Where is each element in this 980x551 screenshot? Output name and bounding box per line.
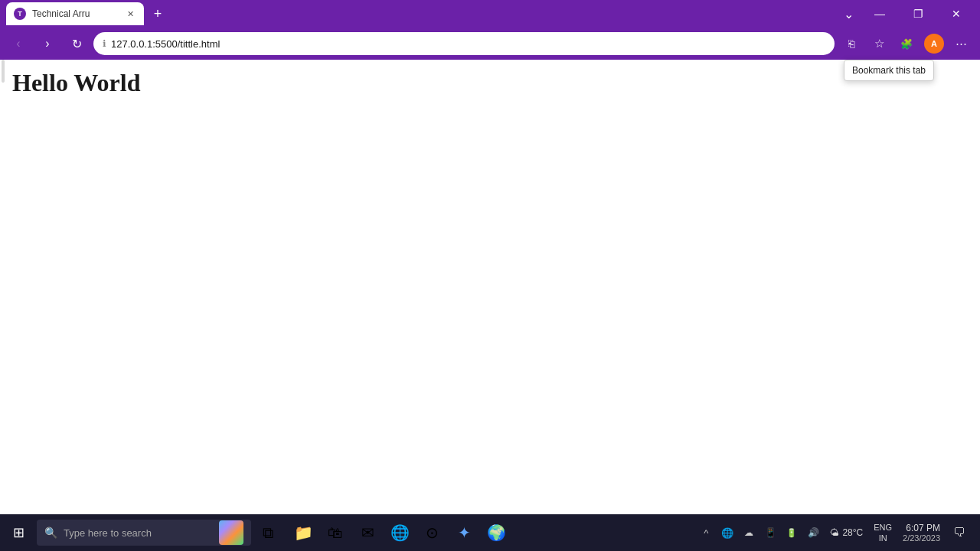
file-explorer-icon: 📁 xyxy=(294,523,313,542)
language-indicator[interactable]: ENGIN xyxy=(871,522,895,544)
start-button[interactable]: ⊞ xyxy=(3,517,34,548)
notification-button[interactable]: 🗨 xyxy=(948,517,971,548)
onedrive-icon: ☁ xyxy=(744,527,753,538)
title-bar-controls: ⌄ — ❐ ✕ xyxy=(838,0,974,28)
tab-close-button[interactable]: ✕ xyxy=(124,8,136,20)
title-bar: T Technical Arru ✕ + ⌄ — ❐ ✕ xyxy=(0,0,980,28)
volume-icon-button[interactable]: 🔊 xyxy=(804,523,822,542)
search-icon: 🔍 xyxy=(44,527,57,539)
phone-link-button[interactable]: 📱 xyxy=(761,523,779,542)
star-icon: ☆ xyxy=(874,37,884,51)
phone-icon: 📱 xyxy=(765,527,776,538)
chrome-icon: ⊙ xyxy=(426,523,439,542)
taskbar-app-store[interactable]: 🛍 xyxy=(320,517,351,548)
language-text: ENGIN xyxy=(874,523,892,543)
taskbar-app-edge[interactable]: 🌐 xyxy=(384,517,415,548)
favorites-button[interactable]: ☆ xyxy=(867,31,891,56)
refresh-button[interactable]: ↻ xyxy=(64,31,89,56)
onedrive-icon-button[interactable]: ☁ xyxy=(740,523,758,542)
clock[interactable]: 6:07 PM 2/23/2023 xyxy=(898,523,945,543)
task-view-icon: ⧉ xyxy=(263,524,273,542)
extensions-button[interactable]: 🧩 xyxy=(894,31,919,56)
scrollbar-thumb[interactable] xyxy=(2,60,5,83)
close-button[interactable]: ✕ xyxy=(939,0,974,28)
bookmark-tooltip: Bookmark this tab xyxy=(844,60,934,81)
taskbar-app-file-explorer[interactable]: 📁 xyxy=(288,517,318,548)
tab-favicon: T xyxy=(14,8,26,20)
url-text: 127.0.0.1:5500/tittle.html xyxy=(111,38,220,50)
avatar: A xyxy=(924,34,944,54)
store-icon: 🛍 xyxy=(328,524,343,542)
taskbar-app-task-view[interactable]: ⧉ xyxy=(253,517,283,548)
back-button[interactable]: ‹ xyxy=(6,31,31,56)
tab-overflow-button[interactable]: ⌄ xyxy=(838,3,859,24)
windows-icon: ⊞ xyxy=(13,524,24,541)
temperature: 28°C xyxy=(842,527,863,538)
menu-dots-icon: ⋯ xyxy=(956,37,968,51)
restore-button[interactable]: ❐ xyxy=(900,0,936,28)
edge-icon: 🌐 xyxy=(390,523,410,542)
puzzle-icon: 🧩 xyxy=(900,38,913,50)
new-tab-button[interactable]: + xyxy=(147,3,168,24)
taskbar-app-chrome[interactable]: ⊙ xyxy=(416,517,447,548)
volume-icon: 🔊 xyxy=(808,527,819,538)
network-icon: 🌐 xyxy=(721,527,733,539)
clock-time: 6:07 PM xyxy=(903,523,940,533)
network-icon-button[interactable]: 🌐 xyxy=(718,523,737,542)
address-bar[interactable]: ℹ 127.0.0.1:5500/tittle.html xyxy=(93,32,835,55)
page-heading: Hello World xyxy=(12,69,968,97)
share-icon: ⎗ xyxy=(848,37,854,50)
menu-button[interactable]: ⋯ xyxy=(949,31,974,56)
search-placeholder-text: Type here to search xyxy=(64,527,152,539)
weather-widget[interactable]: 🌤 28°C xyxy=(825,527,867,538)
minimize-button[interactable]: — xyxy=(862,0,897,28)
taskbar-search[interactable]: 🔍 Type here to search xyxy=(37,520,251,546)
page-content: Hello World xyxy=(0,60,980,551)
nav-bar: ‹ › ↻ ℹ 127.0.0.1:5500/tittle.html ⎗ ☆ 🧩… xyxy=(0,28,980,60)
profile-button[interactable]: A xyxy=(922,31,946,56)
mail-icon: ✉ xyxy=(361,523,374,542)
clock-date: 2/23/2023 xyxy=(903,533,940,543)
battery-icon: 🔋 xyxy=(786,528,797,538)
battery-icon-button[interactable]: 🔋 xyxy=(782,523,801,542)
taskbar-apps: 📁 🛍 ✉ 🌐 ⊙ ✦ 🌍 xyxy=(288,517,511,548)
system-tray: ^ 🌐 ☁ 📱 🔋 🔊 🌤 28°C ENGIN 6:07 PM xyxy=(697,517,977,548)
lock-icon: ℹ xyxy=(103,38,106,49)
browser-alt-icon: 🌍 xyxy=(487,523,506,542)
left-scrollbar[interactable] xyxy=(0,60,6,513)
taskbar-app-vscode[interactable]: ✦ xyxy=(449,517,479,548)
notification-icon: 🗨 xyxy=(953,526,965,540)
active-tab[interactable]: T Technical Arru ✕ xyxy=(6,2,144,25)
share-icon-button[interactable]: ⎗ xyxy=(839,31,864,56)
search-decoration xyxy=(219,520,243,545)
weather-icon: 🌤 xyxy=(830,527,839,538)
hidden-icons-button[interactable]: ^ xyxy=(697,523,715,542)
nav-right-icons: ⎗ ☆ 🧩 A ⋯ xyxy=(839,31,974,56)
chevron-up-icon: ^ xyxy=(704,527,708,539)
browser-window: T Technical Arru ✕ + ⌄ — ❐ ✕ ‹ › ↻ ℹ 127… xyxy=(0,0,980,551)
taskbar: ⊞ 🔍 Type here to search ⧉ 📁 🛍 ✉ 🌐 ⊙ ✦ xyxy=(0,514,980,551)
forward-button[interactable]: › xyxy=(35,31,60,56)
taskbar-app-mail[interactable]: ✉ xyxy=(352,517,383,548)
tab-title: Technical Arru xyxy=(32,8,118,19)
taskbar-app-browser-alt[interactable]: 🌍 xyxy=(481,517,511,548)
vscode-icon: ✦ xyxy=(458,523,471,542)
